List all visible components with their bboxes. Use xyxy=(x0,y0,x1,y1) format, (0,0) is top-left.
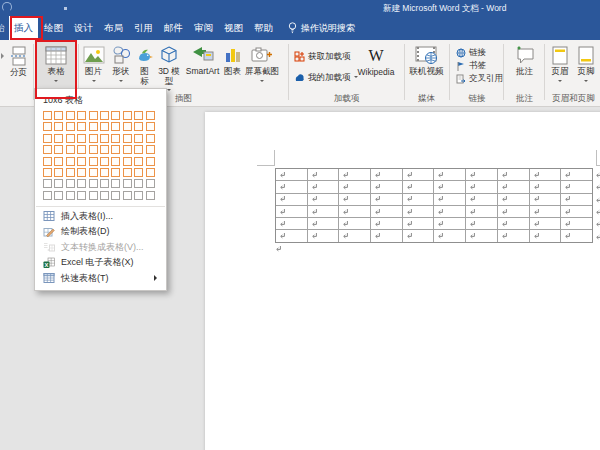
grid-size-cell[interactable] xyxy=(43,122,52,131)
grid-size-cell[interactable] xyxy=(111,168,120,177)
grid-size-cell[interactable] xyxy=(111,157,120,166)
grid-size-cell[interactable] xyxy=(134,134,143,143)
menu-item-draw-table[interactable]: 绘制表格(D) xyxy=(35,224,166,240)
grid-size-cell[interactable] xyxy=(54,191,63,200)
table-cell[interactable] xyxy=(498,230,529,241)
table-cell[interactable] xyxy=(276,230,307,241)
grid-size-cell[interactable] xyxy=(89,191,98,200)
grid-size-cell[interactable] xyxy=(89,168,98,177)
grid-size-cell[interactable] xyxy=(111,134,120,143)
table-cell[interactable] xyxy=(371,218,402,229)
table-cell[interactable] xyxy=(561,194,592,205)
grid-size-cell[interactable] xyxy=(111,145,120,154)
shapes-button[interactable]: 形状 xyxy=(107,40,134,93)
table-cell[interactable] xyxy=(466,194,497,205)
table-cell[interactable] xyxy=(561,206,592,217)
sync-icon[interactable] xyxy=(2,2,12,12)
grid-size-cell[interactable] xyxy=(43,191,52,200)
grid-size-cell[interactable] xyxy=(43,111,52,120)
table-cell[interactable] xyxy=(339,169,370,180)
grid-size-cell[interactable] xyxy=(66,134,75,143)
grid-size-cell[interactable] xyxy=(89,145,98,154)
table-cell[interactable] xyxy=(371,194,402,205)
grid-size-cell[interactable] xyxy=(100,145,109,154)
smartart-button[interactable]: SmartArt xyxy=(183,40,222,93)
inserted-table-preview[interactable] xyxy=(275,168,593,243)
grid-size-cell[interactable] xyxy=(66,179,75,188)
menu-item-excel[interactable]: XExcel 电子表格(X) xyxy=(35,255,166,271)
grid-size-cell[interactable] xyxy=(77,122,86,131)
table-cell[interactable] xyxy=(530,230,561,241)
tab-review[interactable]: 审阅 xyxy=(189,16,218,40)
table-cell[interactable] xyxy=(466,169,497,180)
table-cell[interactable] xyxy=(466,206,497,217)
grid-size-cell[interactable] xyxy=(134,111,143,120)
document-page[interactable] xyxy=(205,112,600,450)
grid-size-cell[interactable] xyxy=(146,191,155,200)
icons-button[interactable]: 图标 xyxy=(134,40,155,93)
tab-home-partial[interactable]: 始 xyxy=(0,16,9,40)
page-break-button[interactable]: 分页 xyxy=(5,41,32,78)
3d-models-button[interactable]: 3D 模型 xyxy=(155,40,183,93)
table-dropdown-chevron-icon[interactable] xyxy=(54,80,58,84)
table-cell[interactable] xyxy=(371,230,402,241)
grid-size-cell[interactable] xyxy=(89,122,98,131)
grid-size-cell[interactable] xyxy=(111,191,120,200)
screenshot-button[interactable]: 屏幕截图 xyxy=(243,40,281,93)
table-cell[interactable] xyxy=(308,218,339,229)
grid-size-cell[interactable] xyxy=(66,191,75,200)
table-cell[interactable] xyxy=(498,194,529,205)
table-cell[interactable] xyxy=(466,181,497,192)
tab-layout[interactable]: 布局 xyxy=(99,16,128,40)
menu-item-insert-table[interactable]: 插入表格(I)... xyxy=(35,209,166,225)
tell-me-search[interactable]: 操作说明搜索 xyxy=(288,16,355,40)
table-cell[interactable] xyxy=(434,206,465,217)
grid-size-cell[interactable] xyxy=(89,134,98,143)
table-cell[interactable] xyxy=(434,230,465,241)
tab-design[interactable]: 设计 xyxy=(69,16,98,40)
grid-size-cell[interactable] xyxy=(100,111,109,120)
table-cell[interactable] xyxy=(308,194,339,205)
table-cell[interactable] xyxy=(339,181,370,192)
table-cell[interactable] xyxy=(561,169,592,180)
grid-size-cell[interactable] xyxy=(43,134,52,143)
table-cell[interactable] xyxy=(561,218,592,229)
table-cell[interactable] xyxy=(530,194,561,205)
grid-size-cell[interactable] xyxy=(77,145,86,154)
online-video-button[interactable]: 联机视频 xyxy=(406,40,447,77)
grid-size-cell[interactable] xyxy=(43,179,52,188)
grid-size-cell[interactable] xyxy=(54,111,63,120)
table-cell[interactable] xyxy=(498,206,529,217)
grid-size-cell[interactable] xyxy=(54,157,63,166)
new-comment-button[interactable]: 批注 xyxy=(506,40,543,77)
table-cell[interactable] xyxy=(308,181,339,192)
table-cell[interactable] xyxy=(276,206,307,217)
table-size-grid[interactable] xyxy=(35,109,166,205)
grid-size-cell[interactable] xyxy=(43,168,52,177)
grid-size-cell[interactable] xyxy=(123,168,132,177)
table-cell[interactable] xyxy=(530,218,561,229)
table-cell[interactable] xyxy=(339,206,370,217)
grid-size-cell[interactable] xyxy=(66,145,75,154)
grid-size-cell[interactable] xyxy=(77,134,86,143)
grid-size-cell[interactable] xyxy=(111,122,120,131)
grid-size-cell[interactable] xyxy=(146,122,155,131)
table-cell[interactable] xyxy=(434,194,465,205)
grid-size-cell[interactable] xyxy=(77,191,86,200)
table-cell[interactable] xyxy=(339,230,370,241)
tab-view[interactable]: 视图 xyxy=(219,16,248,40)
grid-size-cell[interactable] xyxy=(146,179,155,188)
grid-size-cell[interactable] xyxy=(123,191,132,200)
table-cell[interactable] xyxy=(434,169,465,180)
picture-button[interactable]: 图片 xyxy=(80,40,107,93)
grid-size-cell[interactable] xyxy=(54,179,63,188)
table-cell[interactable] xyxy=(339,194,370,205)
grid-size-cell[interactable] xyxy=(146,145,155,154)
grid-size-cell[interactable] xyxy=(146,111,155,120)
grid-size-cell[interactable] xyxy=(146,168,155,177)
grid-size-cell[interactable] xyxy=(100,179,109,188)
table-cell[interactable] xyxy=(466,230,497,241)
grid-size-cell[interactable] xyxy=(77,179,86,188)
grid-size-cell[interactable] xyxy=(100,122,109,131)
tab-insert[interactable]: 插入 xyxy=(9,16,38,40)
